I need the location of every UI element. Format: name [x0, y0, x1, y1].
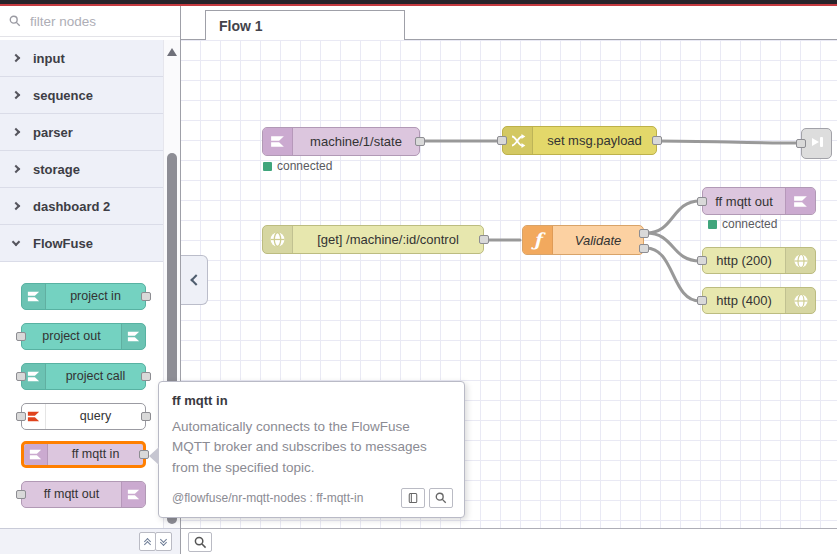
input-port[interactable] [16, 372, 26, 381]
input-port[interactable] [697, 256, 707, 265]
palette-node-project-call[interactable]: project call [21, 363, 146, 390]
output-port-2[interactable] [639, 244, 649, 253]
flowfuse-icon [121, 324, 145, 349]
palette-category-storage[interactable]: storage [0, 151, 163, 188]
wire[interactable] [646, 233, 700, 261]
node-label: ff mqtt in [48, 444, 143, 465]
canvas-node-http-in-get-machine-control[interactable]: [get] /machine/:id/control [262, 225, 484, 254]
palette-node-project-in[interactable]: project in [21, 283, 146, 310]
output-port[interactable] [479, 235, 489, 244]
flow-tab-bar: Flow 1 [181, 6, 837, 40]
palette-node-ff-mqtt-out[interactable]: ff mqtt out [21, 481, 146, 508]
canvas-node-http-response-200[interactable]: http (200) [702, 247, 816, 274]
category-label: input [33, 51, 65, 66]
category-label: sequence [33, 88, 93, 103]
node-label: project out [22, 324, 121, 349]
palette-node-ff-mqtt-in[interactable]: ff mqtt in [21, 441, 146, 468]
magnifier-icon [435, 492, 447, 504]
node-label: set msg.payload [533, 133, 656, 148]
flowfuse-icon [785, 188, 815, 214]
input-port[interactable] [697, 197, 707, 206]
palette-category-dashboard-2[interactable]: dashboard 2 [0, 188, 163, 225]
link-out-icon [802, 134, 831, 153]
palette-category-parser[interactable]: parser [0, 114, 163, 151]
input-port[interactable] [16, 412, 26, 421]
node-red-editor: input sequence parser storage dashboard … [0, 0, 837, 554]
output-port[interactable] [141, 292, 151, 301]
palette-search [0, 6, 180, 37]
category-label: storage [33, 162, 80, 177]
status-text: connected [277, 159, 332, 173]
tab-flow-1[interactable]: Flow 1 [205, 10, 405, 40]
node-label: ff mqtt out [22, 482, 121, 507]
find-in-palette-button[interactable] [429, 488, 453, 508]
scroll-up-icon[interactable] [167, 48, 177, 56]
flowfuse-icon [263, 128, 293, 155]
input-port[interactable] [497, 136, 507, 145]
status-dot-icon [708, 220, 717, 229]
output-port-1[interactable] [639, 229, 649, 238]
tooltip-title: ff mqtt in [172, 393, 451, 408]
canvas-node-mqtt-in-machine-state[interactable]: machine/1/state [262, 127, 420, 156]
chevron-right-icon [12, 128, 20, 136]
chevron-right-icon [12, 54, 20, 62]
change-icon [503, 127, 533, 154]
output-port[interactable] [141, 412, 151, 421]
flowfuse-icon [121, 482, 145, 507]
palette-category-sequence[interactable]: sequence [0, 77, 163, 114]
status-text: connected [722, 217, 777, 231]
input-port[interactable] [16, 490, 26, 499]
chevron-right-icon [12, 202, 20, 210]
canvas-node-link-out[interactable] [801, 128, 832, 159]
node-label: project call [46, 364, 145, 389]
input-port[interactable] [697, 296, 707, 305]
wire[interactable] [658, 141, 799, 143]
canvas-node-change-set-payload[interactable]: set msg.payload [502, 126, 657, 155]
node-label: project in [46, 284, 145, 309]
palette-category-input[interactable]: input [0, 40, 163, 77]
node-label: [get] /machine/:id/control [293, 232, 483, 247]
palette-node-query[interactable]: query [21, 403, 146, 430]
workspace-footer [181, 528, 837, 554]
tooltip-arrow [149, 447, 159, 465]
node-status: connected [263, 159, 332, 173]
node-label: Validate [553, 233, 643, 248]
palette-sidebar: input sequence parser storage dashboard … [0, 6, 181, 554]
output-port[interactable] [139, 450, 149, 459]
palette-collapse-handle[interactable] [181, 255, 208, 305]
canvas-node-ff-mqtt-out[interactable]: ff mqtt out [702, 187, 816, 215]
canvas-node-function-validate[interactable]: ƒ Validate [522, 225, 644, 255]
category-label: dashboard 2 [33, 199, 110, 214]
node-info-tooltip: ff mqtt in Automatically connects to the… [158, 381, 465, 518]
chevron-left-icon [190, 274, 201, 285]
output-port[interactable] [141, 372, 151, 381]
category-label: FlowFuse [33, 236, 93, 251]
expand-all-button[interactable] [155, 532, 172, 551]
collapse-all-button[interactable] [139, 532, 156, 551]
open-docs-button[interactable] [401, 488, 425, 508]
tab-label: Flow 1 [219, 18, 263, 34]
node-label: http (400) [703, 293, 785, 308]
canvas-node-http-response-400[interactable]: http (400) [702, 287, 816, 314]
tooltip-body: Automatically connects to the FlowFuse M… [172, 417, 451, 478]
wire[interactable] [646, 248, 700, 301]
palette-node-project-out[interactable]: project out [21, 323, 146, 350]
flowfuse-icon [24, 444, 48, 465]
zoom-search-button[interactable] [188, 532, 212, 552]
function-icon: ƒ [523, 226, 553, 254]
book-icon [407, 492, 419, 504]
input-port[interactable] [16, 332, 26, 341]
input-port[interactable] [796, 139, 806, 148]
globe-icon [785, 288, 815, 313]
node-label: machine/1/state [293, 134, 419, 149]
search-icon [9, 15, 21, 27]
output-port[interactable] [652, 136, 662, 145]
chevron-right-icon [12, 91, 20, 99]
palette-category-flowfuse[interactable]: FlowFuse [0, 225, 163, 262]
output-port[interactable] [415, 137, 425, 146]
palette-footer [0, 528, 180, 554]
globe-icon [785, 248, 815, 273]
wire[interactable] [646, 201, 700, 233]
category-label: parser [33, 125, 73, 140]
magnifier-icon [194, 536, 207, 549]
